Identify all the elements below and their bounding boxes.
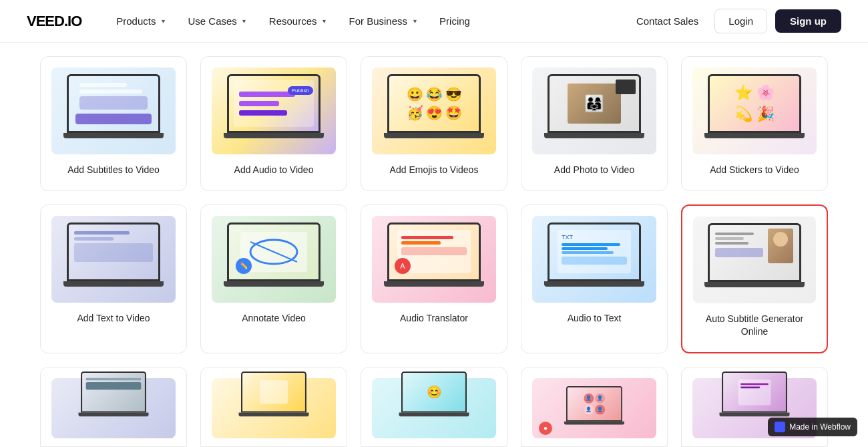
chevron-down-icon: ▾ <box>240 17 249 26</box>
nav-use-cases[interactable]: Use Cases ▾ <box>180 10 256 32</box>
signup-button[interactable]: Sign up <box>775 9 841 33</box>
nav-use-cases-label: Use Cases <box>188 15 236 27</box>
card-audio[interactable]: Publish Add Audio to Video <box>200 56 347 191</box>
card-subtitles[interactable]: Add Subtitles to Video <box>40 56 187 191</box>
card-label-annotate: Annotate Video <box>242 312 306 325</box>
card-label-a2t: Audio to Text <box>568 312 622 325</box>
webflow-logo-icon <box>775 422 785 432</box>
webflow-badge: Made in Webflow <box>768 418 857 436</box>
row1-grid: Add Subtitles to Video Publish <box>40 56 828 191</box>
nav-right: Contact Sales Login Sign up <box>628 9 841 33</box>
laptop-bottom1 <box>76 371 151 423</box>
laptop-audio: Publish <box>220 74 327 148</box>
card-label-audio: Add Audio to Video <box>234 164 314 177</box>
login-button[interactable]: Login <box>714 9 767 33</box>
card-image-text <box>51 216 176 303</box>
chevron-down-icon: ▾ <box>320 17 329 26</box>
laptop-bottom3: 😊 <box>397 371 471 423</box>
card-bottom-2[interactable] <box>200 367 347 447</box>
row3-grid: 😊 🎤 ● 👤 👤 👤 <box>40 367 828 447</box>
card-label-stickers: Add Stickers to Video <box>710 164 799 177</box>
card-photo[interactable]: 👨‍👩‍👧 Add Photo to Video <box>521 56 668 191</box>
card-image-annotate: ✏️ <box>212 216 336 303</box>
webflow-label: Made in Webflow <box>789 422 851 432</box>
nav-products[interactable]: Products ▾ <box>108 10 176 32</box>
laptop-subtitles <box>60 74 167 148</box>
nav-products-label: Products <box>116 15 156 27</box>
svg-line-1 <box>250 242 297 262</box>
card-bottom-4[interactable]: 🎤 ● 👤 👤 👤 👤 <box>521 367 668 447</box>
card-emoji[interactable]: 😀😂😎 🥳😍🤩 Add Emojis to Videos <box>361 56 507 191</box>
card-a2t[interactable]: TXT Audio to Text <box>521 204 668 353</box>
nav-resources[interactable]: Resources ▾ <box>261 10 337 32</box>
card-image-subtitles <box>51 67 176 154</box>
card-image-stickers: ⭐🌸 💫🎉 <box>692 67 817 154</box>
chevron-down-icon: ▾ <box>410 17 419 26</box>
card-label-emoji: Add Emojis to Videos <box>390 164 479 177</box>
laptop-photo: 👨‍👩‍👧 <box>541 74 648 148</box>
nav-resources-label: Resources <box>269 15 317 27</box>
card-label-autosub: Auto Subtitle Generator Online <box>693 313 816 339</box>
nav-for-business-label: For Business <box>349 15 408 27</box>
card-image-photo: 👨‍👩‍👧 <box>532 67 656 154</box>
laptop-bottom2 <box>236 371 311 423</box>
nav-pricing[interactable]: Pricing <box>431 10 478 32</box>
card-autosub[interactable]: Auto Subtitle Generator Online <box>681 204 828 353</box>
main-content: Add Subtitles to Video Publish <box>0 43 868 447</box>
card-text[interactable]: Add Text to Video <box>40 204 187 353</box>
nav-pricing-label: Pricing <box>439 15 470 27</box>
nav-links: Products ▾ Use Cases ▾ Resources ▾ For B… <box>108 10 628 32</box>
chevron-down-icon: ▾ <box>158 17 168 26</box>
laptop-autosub <box>701 223 808 297</box>
card-label-text: Add Text to Video <box>77 312 150 325</box>
laptop-text <box>60 222 167 296</box>
card-label-translator: Audio Translator <box>400 312 468 325</box>
navbar: VEED.IO Products ▾ Use Cases ▾ Resources… <box>0 0 868 43</box>
laptop-stickers: ⭐🌸 💫🎉 <box>701 74 808 148</box>
laptop-annotate: ✏️ <box>220 222 327 296</box>
card-stickers[interactable]: ⭐🌸 💫🎉 Add Stickers to Video <box>681 56 828 191</box>
card-image-translator: A <box>372 216 496 303</box>
laptop-bottom4: 👤 👤 👤 👤 <box>562 386 626 430</box>
card-bottom-3[interactable]: 😊 <box>361 367 507 447</box>
card-image-a2t: TXT <box>532 216 656 303</box>
contact-sales-link[interactable]: Contact Sales <box>628 10 706 32</box>
logo[interactable]: VEED.IO <box>27 13 81 30</box>
laptop-emoji: 😀😂😎 🥳😍🤩 <box>381 74 487 148</box>
card-image-autosub <box>693 216 816 303</box>
laptop-a2t: TXT <box>541 222 648 296</box>
card-image-audio: Publish <box>212 67 336 154</box>
card-image-emoji: 😀😂😎 🥳😍🤩 <box>372 67 496 154</box>
nav-for-business[interactable]: For Business ▾ <box>341 10 428 32</box>
card-translator[interactable]: A Audio Translator <box>361 204 507 353</box>
card-annotate[interactable]: ✏️ Annotate Video <box>200 204 347 353</box>
card-label-subtitles: Add Subtitles to Video <box>67 164 160 177</box>
card-label-photo: Add Photo to Video <box>554 164 634 177</box>
row2-grid: Add Text to Video ✏️ <box>40 204 828 353</box>
laptop-bottom5 <box>717 371 792 423</box>
laptop-translator: A <box>381 222 487 296</box>
card-bottom-1[interactable] <box>40 367 187 447</box>
